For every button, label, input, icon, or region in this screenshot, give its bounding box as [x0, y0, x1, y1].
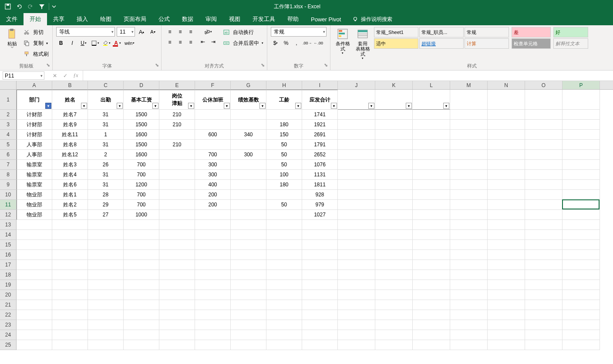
header-cell[interactable]: 公休加班▾ — [195, 90, 231, 110]
data-cell[interactable] — [302, 310, 338, 320]
row-header-22[interactable]: 22 — [0, 310, 17, 320]
data-cell[interactable]: 26 — [88, 160, 124, 170]
data-cell[interactable] — [488, 240, 525, 250]
data-cell[interactable] — [338, 150, 375, 160]
column-header-H[interactable]: H — [266, 81, 302, 89]
format-painter-button[interactable]: 格式刷 — [24, 49, 49, 59]
data-cell[interactable] — [413, 280, 450, 290]
data-cell[interactable] — [195, 300, 231, 310]
clipboard-launcher[interactable]: ⬊ — [45, 62, 51, 67]
tab-help[interactable]: 帮助 — [281, 13, 305, 25]
data-cell[interactable] — [488, 300, 525, 310]
data-cell[interactable] — [450, 280, 488, 290]
data-cell[interactable] — [52, 260, 88, 270]
data-cell[interactable] — [450, 220, 488, 230]
column-header-M[interactable]: M — [450, 81, 488, 89]
column-header-D[interactable]: D — [124, 81, 159, 89]
data-cell[interactable] — [338, 200, 375, 210]
data-cell[interactable] — [562, 180, 600, 190]
data-cell[interactable] — [450, 200, 488, 210]
data-cell[interactable]: 姓名12 — [52, 150, 88, 160]
data-cell[interactable] — [413, 230, 450, 240]
data-cell[interactable] — [338, 310, 375, 320]
data-cell[interactable] — [266, 220, 302, 230]
save-button[interactable] — [3, 1, 13, 12]
data-cell[interactable] — [525, 290, 562, 300]
filter-dropdown-button[interactable]: ▾ — [406, 103, 412, 109]
data-cell[interactable]: 340 — [231, 130, 266, 140]
column-header-F[interactable]: F — [195, 81, 231, 89]
data-cell[interactable]: 100 — [266, 170, 302, 180]
data-cell[interactable] — [375, 220, 413, 230]
data-cell[interactable]: 2 — [88, 150, 124, 160]
data-cell[interactable]: 1131 — [302, 170, 338, 180]
data-cell[interactable] — [413, 340, 450, 350]
filter-qat-button[interactable] — [37, 1, 47, 12]
data-cell[interactable] — [124, 340, 159, 350]
data-cell[interactable] — [266, 110, 302, 120]
data-cell[interactable] — [450, 240, 488, 250]
data-cell[interactable]: 姓名8 — [52, 140, 88, 150]
data-cell[interactable]: 1076 — [302, 160, 338, 170]
data-cell[interactable] — [375, 290, 413, 300]
data-cell[interactable] — [562, 240, 600, 250]
data-cell[interactable] — [159, 260, 195, 270]
data-cell[interactable] — [17, 300, 52, 310]
data-cell[interactable] — [525, 220, 562, 230]
column-header-A[interactable]: A — [17, 81, 52, 89]
data-cell[interactable]: 姓名11 — [52, 130, 88, 140]
tab-layout[interactable]: 页面布局 — [118, 13, 152, 25]
data-cell[interactable] — [52, 270, 88, 280]
header-cell[interactable]: ▾ — [413, 90, 450, 110]
data-cell[interactable] — [195, 320, 231, 330]
data-cell[interactable] — [525, 230, 562, 240]
data-cell[interactable] — [525, 140, 562, 150]
copy-button[interactable]: 复制▾ — [24, 38, 49, 48]
data-cell[interactable] — [52, 290, 88, 300]
row-header-13[interactable]: 13 — [0, 220, 17, 230]
data-cell[interactable] — [375, 140, 413, 150]
data-cell[interactable]: 姓名6 — [52, 180, 88, 190]
data-cell[interactable] — [231, 110, 266, 120]
data-cell[interactable]: 31 — [88, 110, 124, 120]
data-cell[interactable] — [450, 230, 488, 240]
data-cell[interactable]: 28 — [88, 190, 124, 200]
data-cell[interactable]: 300 — [231, 150, 266, 160]
column-header-O[interactable]: O — [525, 81, 562, 89]
data-cell[interactable] — [488, 200, 525, 210]
data-cell[interactable] — [17, 220, 52, 230]
underline-button[interactable]: U▾ — [79, 38, 88, 48]
data-cell[interactable] — [413, 200, 450, 210]
data-cell[interactable] — [124, 310, 159, 320]
data-cell[interactable] — [488, 170, 525, 180]
data-cell[interactable]: 1791 — [302, 140, 338, 150]
data-cell[interactable] — [525, 260, 562, 270]
data-cell[interactable] — [338, 220, 375, 230]
data-cell[interactable] — [450, 150, 488, 160]
data-cell[interactable] — [413, 270, 450, 280]
row-header-14[interactable]: 14 — [0, 230, 17, 240]
data-cell[interactable] — [195, 250, 231, 260]
data-cell[interactable] — [450, 120, 488, 130]
data-cell[interactable] — [88, 330, 124, 340]
align-top-button[interactable]: ≡ — [165, 27, 175, 37]
data-cell[interactable] — [488, 210, 525, 220]
data-cell[interactable] — [562, 140, 600, 150]
row-header-20[interactable]: 20 — [0, 290, 17, 300]
row-header-3[interactable]: 3 — [0, 120, 17, 130]
tab-draw[interactable]: 绘图 — [94, 13, 118, 25]
data-cell[interactable]: 400 — [195, 180, 231, 190]
data-cell[interactable]: 600 — [195, 130, 231, 140]
data-cell[interactable] — [266, 270, 302, 280]
data-cell[interactable] — [88, 300, 124, 310]
row-header-21[interactable]: 21 — [0, 300, 17, 310]
formula-input[interactable] — [83, 71, 613, 81]
data-cell[interactable] — [17, 240, 52, 250]
data-cell[interactable] — [375, 340, 413, 350]
data-cell[interactable] — [195, 120, 231, 130]
data-cell[interactable] — [338, 320, 375, 330]
data-cell[interactable]: 210 — [159, 110, 195, 120]
header-cell[interactable] — [450, 90, 488, 110]
data-cell[interactable] — [525, 320, 562, 330]
data-cell[interactable]: 700 — [195, 150, 231, 160]
